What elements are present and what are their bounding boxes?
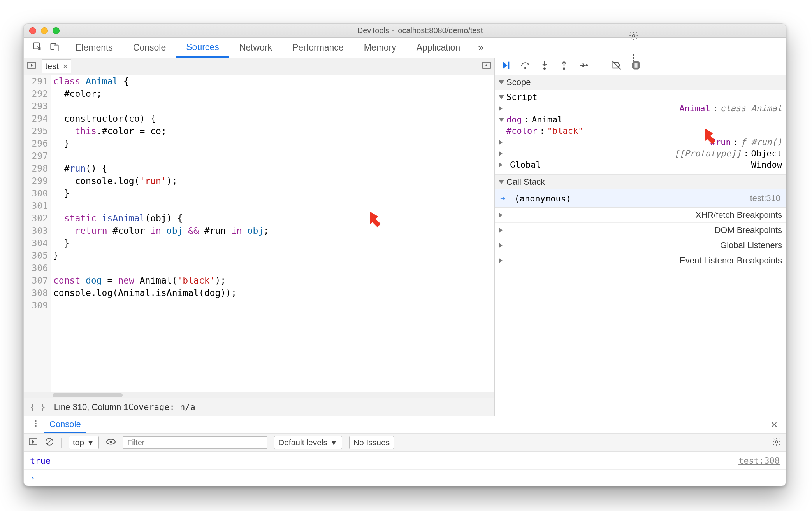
svg-point-16 xyxy=(35,420,37,422)
scope-header[interactable]: Scope xyxy=(495,75,786,90)
section-global-listeners[interactable]: Global Listeners xyxy=(495,238,786,253)
section-dom-breakpoints[interactable]: DOM Breakpoints xyxy=(495,223,786,238)
console-log-line[interactable]: true test:308 xyxy=(24,452,786,470)
scope-title: Scope xyxy=(506,77,531,88)
svg-rect-14 xyxy=(635,63,636,68)
scope-animal-row[interactable]: Animal: class Animal xyxy=(495,103,786,114)
tab-performance[interactable]: Performance xyxy=(282,38,354,58)
code-editor[interactable]: 2912922932942952962972982993003013023033… xyxy=(24,75,494,392)
scope-run-row[interactable]: #run: ƒ #run() xyxy=(495,136,786,148)
svg-point-18 xyxy=(35,425,37,427)
chevron-down-icon: ▼ xyxy=(330,438,338,447)
scope-global-row[interactable]: Global Window xyxy=(495,159,786,170)
console-toolbar: top ▼ Default levels ▼ No Issues xyxy=(24,433,786,452)
chevron-right-icon xyxy=(499,243,715,248)
svg-point-10 xyxy=(524,67,526,69)
scope-proto-row[interactable]: [[Prototype]]: Object xyxy=(495,148,786,159)
tab-application[interactable]: Application xyxy=(406,38,471,58)
context-label: top xyxy=(73,438,84,447)
scope-dog-row[interactable]: dog: Animal xyxy=(495,114,786,125)
chevron-right-icon xyxy=(499,140,708,145)
frame-name: (anonymous) xyxy=(515,194,571,203)
svg-rect-9 xyxy=(508,62,509,69)
var-val-color: "black" xyxy=(547,126,584,136)
tab-elements[interactable]: Elements xyxy=(65,38,123,58)
chevron-down-icon xyxy=(499,95,504,99)
coverage-status: Coverage: n/a xyxy=(128,402,488,412)
step-icon[interactable] xyxy=(578,60,589,73)
scope-global-val: Window xyxy=(751,160,782,170)
console-output: true test:308 › xyxy=(24,452,786,486)
line-gutter: 2912922932942952962972982993003013023033… xyxy=(24,75,51,392)
filter-input[interactable] xyxy=(123,436,267,449)
section-label: Event Listener Breakpoints xyxy=(680,256,782,266)
tab-console[interactable]: Console xyxy=(123,38,176,58)
console-tab[interactable]: Console xyxy=(44,416,86,433)
close-tab-icon[interactable]: × xyxy=(63,61,68,72)
clear-console-icon[interactable] xyxy=(45,437,54,448)
deactivate-breakpoints-icon[interactable] xyxy=(611,60,622,73)
settings-icon[interactable] xyxy=(629,31,639,43)
navigator-toggle-icon[interactable] xyxy=(27,61,36,72)
section-label: DOM Breakpoints xyxy=(714,225,782,235)
close-drawer-icon[interactable]: × xyxy=(771,418,782,431)
chevron-right-icon xyxy=(499,212,690,218)
callstack-title: Call Stack xyxy=(506,177,545,187)
section-event-listener-breakpoints[interactable]: Event Listener Breakpoints xyxy=(495,253,786,268)
file-tab-test[interactable]: test × xyxy=(42,60,71,73)
scope-global-label: Global xyxy=(510,160,541,170)
console-source-link[interactable]: test:308 xyxy=(738,456,780,466)
main-area: test × 291292293294295296297298299300301… xyxy=(24,58,786,416)
scope-script-row[interactable]: Script xyxy=(495,91,786,103)
zoom-window-button[interactable] xyxy=(53,27,60,34)
device-toggle-icon[interactable] xyxy=(49,42,60,54)
levels-label: Default levels xyxy=(278,438,327,447)
section-label: Global Listeners xyxy=(720,240,782,250)
close-window-button[interactable] xyxy=(29,27,36,34)
inspect-icon[interactable] xyxy=(32,42,42,54)
debugger-toggle-icon[interactable] xyxy=(482,61,491,72)
file-tabs-bar: test × xyxy=(24,58,494,75)
tab-memory[interactable]: Memory xyxy=(354,38,406,58)
console-menu-icon[interactable] xyxy=(28,419,44,430)
minimize-window-button[interactable] xyxy=(41,27,48,34)
chevron-down-icon xyxy=(499,80,504,84)
chevron-right-icon xyxy=(499,228,709,233)
step-over-icon[interactable] xyxy=(520,60,531,73)
sources-panel: test × 291292293294295296297298299300301… xyxy=(24,58,495,416)
scope-color-row[interactable]: #color: "black" xyxy=(495,125,786,136)
panel-tabs: ElementsConsoleSourcesNetworkPerformance… xyxy=(24,38,786,58)
svg-rect-15 xyxy=(636,63,637,68)
step-into-icon[interactable] xyxy=(539,60,550,73)
devtools-window: DevTools - localhost:8080/demo/test Elem… xyxy=(23,23,786,486)
console-prompt[interactable]: › xyxy=(24,470,786,486)
resume-icon[interactable] xyxy=(500,60,511,73)
tab-sources[interactable]: Sources xyxy=(176,38,229,58)
svg-point-3 xyxy=(633,34,635,37)
annotation-arrow-scope xyxy=(697,124,721,147)
svg-point-17 xyxy=(35,423,37,424)
console-settings-icon[interactable] xyxy=(772,437,781,448)
pause-exceptions-icon[interactable] xyxy=(631,60,642,73)
horizontal-scrollbar[interactable] xyxy=(24,392,494,398)
chevron-down-icon xyxy=(499,180,504,184)
cursor-position: Line 310, Column 1 xyxy=(54,402,128,412)
callstack-header[interactable]: Call Stack xyxy=(495,175,786,189)
current-frame-arrow-icon: ➔ xyxy=(500,194,505,203)
live-expression-icon[interactable] xyxy=(106,437,116,449)
annotation-arrow-code xyxy=(362,207,386,231)
var-name-animal: Animal xyxy=(679,103,710,113)
section-xhr-fetch-breakpoints[interactable]: XHR/fetch Breakpoints xyxy=(495,208,786,223)
scope-section: Scope Script Animal: class Animal dog: xyxy=(495,75,786,175)
pretty-print-icon[interactable]: { } xyxy=(30,402,46,412)
tab-network[interactable]: Network xyxy=(229,38,282,58)
step-out-icon[interactable] xyxy=(559,60,569,73)
levels-selector[interactable]: Default levels ▼ xyxy=(274,436,342,449)
more-tabs-button[interactable]: » xyxy=(470,42,491,54)
callstack-frame[interactable]: ➔ (anonymous) test:310 xyxy=(495,189,786,207)
context-selector[interactable]: top ▼ xyxy=(69,436,99,449)
window-controls xyxy=(29,27,60,34)
console-sidebar-toggle-icon[interactable] xyxy=(28,437,38,448)
section-label: XHR/fetch Breakpoints xyxy=(695,210,782,220)
issues-button[interactable]: No Issues xyxy=(349,436,394,449)
